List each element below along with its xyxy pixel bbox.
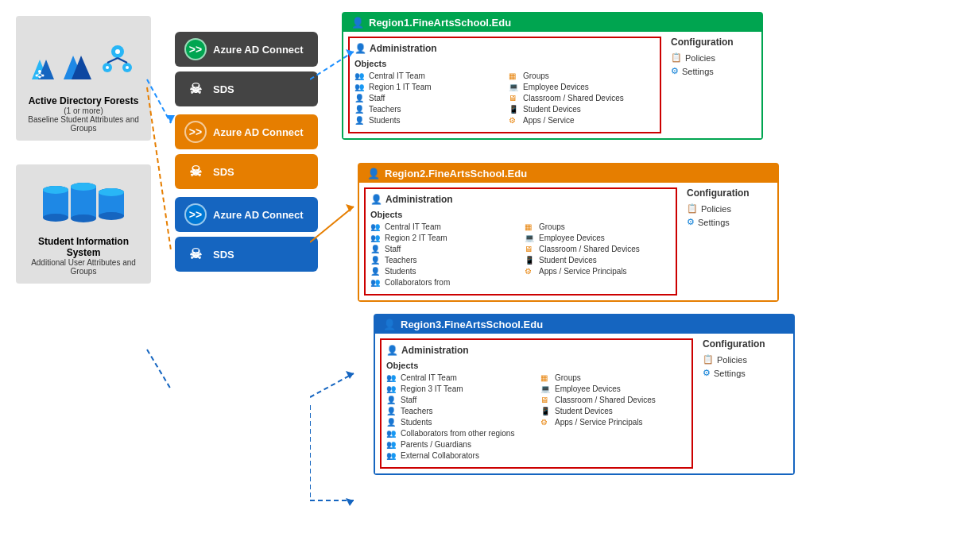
list-item: 👥Central IT Team — [386, 373, 533, 382]
azure-label-3: Azure AD Connect — [213, 209, 304, 221]
region3-admin-title: 👤 Administration — [386, 345, 687, 356]
list-item: ⚙Apps / Service — [509, 116, 655, 125]
policy-icon-2: 📋 — [687, 203, 698, 214]
region2-config-title: Configuration — [687, 187, 773, 199]
device-icon: 🖥 — [509, 94, 520, 102]
list-item: 💻Employee Devices — [525, 234, 671, 242]
user-icon: 👤 — [386, 418, 397, 427]
right-panel: 👤 Region1.FineArtsSchool.Edu 👤 Administr… — [334, 8, 972, 529]
connector-block-2: >> Azure AD Connect ☠ SDS — [175, 114, 318, 189]
list-item: 👥External Collaborators — [386, 451, 533, 460]
region1-objects-left: Objects 👥Central IT Team 👥Region 1 IT Te… — [354, 59, 501, 127]
middle-panel: >> Azure AD Connect ☠ SDS >> Azure AD Co… — [159, 8, 334, 529]
list-item: 👤Students — [386, 418, 533, 427]
policy-icon-3: 📋 — [703, 354, 714, 365]
device-icon: 🖥 — [540, 396, 552, 404]
user-icon: 👥 — [386, 451, 397, 460]
list-item: ▦Groups — [540, 373, 687, 382]
device-icon: 📱 — [540, 407, 552, 415]
svg-rect-21 — [43, 190, 68, 218]
region2-admin: 👤 Administration Objects 👥Central IT Tea… — [364, 187, 677, 296]
sis-label: Student Information System — [24, 236, 143, 258]
user-icon: 👤 — [370, 256, 382, 265]
azure-connect-box-3: >> Azure AD Connect — [175, 197, 318, 232]
ad-forests-section: Active Directory Forests (1 or more) Bas… — [16, 16, 151, 141]
user-icon: 👥 — [370, 234, 382, 242]
azure-icon-3: >> — [184, 203, 207, 226]
ad-forests-desc: Baseline Student Attributes and Groups — [24, 115, 143, 133]
region1-box: 👤 Region1.FineArtsSchool.Edu 👤 Administr… — [342, 12, 763, 140]
region2-objects-area: Objects 👥Central IT Team 👥Region 2 IT Te… — [370, 210, 671, 289]
list-item: 🖥Classroom / Shared Devices — [509, 94, 655, 102]
device-icon: 💻 — [540, 384, 552, 393]
list-item: 👥Central IT Team — [370, 222, 517, 231]
region1-config-title: Configuration — [671, 37, 757, 48]
region2-box: 👤 Region2.FineArtsSchool.Edu 👤 Administr… — [358, 163, 779, 302]
list-item: 📱Student Devices — [509, 105, 655, 114]
group-icon: ▦ — [509, 71, 520, 80]
region2-person-icon: 👤 — [367, 168, 380, 180]
region3-config: Configuration 📋 Policies ⚙ Settings — [698, 334, 793, 473]
svg-point-9 — [115, 49, 120, 54]
list-item: 👤Students — [354, 116, 501, 125]
device-icon: 🖥 — [525, 245, 536, 253]
db-icon — [36, 172, 131, 228]
list-item: ▦Groups — [525, 222, 671, 231]
user-icon: 👤 — [354, 94, 366, 102]
list-item: 💻Employee Devices — [509, 83, 655, 91]
sds-box-1: ☠ SDS — [175, 71, 318, 106]
user-icon: 👥 — [370, 278, 382, 287]
region1-admin-title: 👤 Administration — [354, 43, 655, 54]
sds-icon-1: ☠ — [184, 78, 207, 100]
forests-icon — [24, 24, 143, 87]
region3-body: 👤 Administration Objects 👥Central IT Tea… — [375, 334, 793, 473]
sds-box-2: ☠ SDS — [175, 154, 318, 189]
middle-connectors: >> Azure AD Connect ☠ SDS >> Azure AD Co… — [159, 8, 334, 296]
region3-objects-label: Objects — [386, 361, 533, 370]
device-icon: 📱 — [525, 256, 536, 265]
svg-line-7 — [107, 58, 118, 63]
region3-objects-right: ▦Groups 💻Employee Devices 🖥Classroom / S… — [540, 361, 687, 462]
list-item: 👤Staff — [386, 396, 533, 404]
sds-icon-2: ☠ — [184, 160, 207, 183]
left-panel: Active Directory Forests (1 or more) Bas… — [8, 8, 159, 529]
main-container: Active Directory Forests (1 or more) Bas… — [0, 0, 980, 537]
sds-box-3: ☠ SDS — [175, 237, 318, 272]
user-icon: 👤 — [370, 267, 382, 276]
user-icon: 👤 — [354, 116, 366, 125]
app-icon: ⚙ — [525, 267, 536, 276]
region2-objects-label: Objects — [370, 210, 517, 219]
list-item: 👤Staff — [370, 245, 517, 253]
list-item: ▦Groups — [509, 71, 655, 80]
settings-icon: ⚙ — [671, 66, 679, 76]
sds-label-2: SDS — [213, 166, 234, 178]
sds-label-3: SDS — [213, 249, 234, 261]
region3-box: 👤 Region3.FineArtsSchool.Edu 👤 Administr… — [374, 314, 795, 475]
user-icon: 👤 — [386, 396, 397, 404]
region3-config-title: Configuration — [703, 338, 788, 350]
user-icon: 👥 — [386, 440, 397, 449]
azure-connect-box-1: >> Azure AD Connect — [175, 32, 318, 67]
svg-marker-41 — [346, 371, 354, 379]
region2-admin-title: 👤 Administration — [370, 194, 671, 205]
region1-body: 👤 Administration Objects 👥Central IT Tea… — [343, 32, 761, 138]
region2-config: Configuration 📋 Policies ⚙ Settings — [682, 183, 777, 300]
region1-domain: Region1.FineArtsSchool.Edu — [369, 17, 511, 29]
list-item: 👥Parents / Guardians — [386, 440, 533, 449]
user-icon: 👥 — [386, 384, 397, 393]
list-item: 👥Collaborators from — [370, 278, 517, 287]
policies-item-2: 📋 Policies — [687, 203, 773, 214]
ad-forests-sublabel: (1 or more) — [64, 106, 103, 115]
region2-objects-left: Objects 👥Central IT Team 👥Region 2 IT Te… — [370, 210, 517, 289]
settings-item: ⚙ Settings — [671, 66, 757, 76]
group-icon: ▦ — [540, 373, 552, 382]
list-item: 👥Region 1 IT Team — [354, 83, 501, 91]
svg-point-27 — [71, 183, 96, 191]
region2-domain: Region2.FineArtsSchool.Edu — [385, 168, 527, 180]
region3-objects-area: Objects 👥Central IT Team 👥Region 3 IT Te… — [386, 361, 687, 462]
list-item: ⚙Apps / Service Principals — [540, 418, 687, 427]
user-icon: 👤 — [370, 245, 382, 253]
user-icon: 👥 — [354, 83, 366, 91]
region1-config: Configuration 📋 Policies ⚙ Settings — [666, 32, 761, 138]
svg-marker-44 — [346, 498, 354, 506]
